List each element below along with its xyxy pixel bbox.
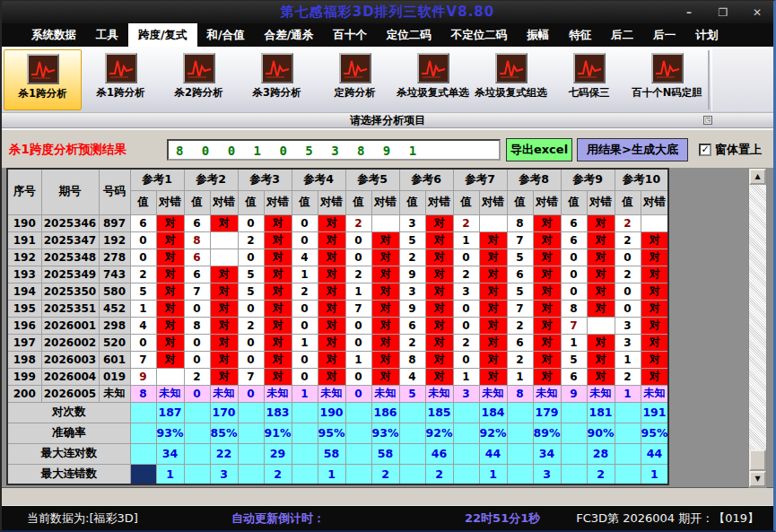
value-cell[interactable]: 4: [292, 249, 318, 266]
status-cell[interactable]: 对: [318, 266, 345, 283]
value-cell[interactable]: 5: [399, 231, 425, 249]
status-cell[interactable]: 对: [264, 249, 292, 266]
row-label-cell[interactable]: 196: [7, 317, 41, 334]
row-label-cell[interactable]: 2026002: [41, 334, 99, 351]
value-cell[interactable]: 4: [130, 317, 156, 334]
value-cell[interactable]: 1: [615, 351, 641, 368]
status-cell[interactable]: 未知: [318, 385, 345, 402]
value-cell[interactable]: 2: [130, 266, 156, 283]
value-cell[interactable]: 1: [292, 385, 318, 402]
summary-empty-cell[interactable]: [238, 443, 264, 464]
menu-item[interactable]: 跨度/复式: [128, 23, 197, 47]
summary-empty-cell[interactable]: [615, 464, 641, 484]
value-cell[interactable]: 1: [507, 368, 533, 385]
status-cell[interactable]: 未知: [641, 385, 668, 402]
status-cell[interactable]: 对: [156, 300, 184, 317]
status-cell[interactable]: 对: [587, 214, 615, 231]
status-cell[interactable]: 对: [479, 368, 507, 385]
value-cell[interactable]: 1: [292, 266, 318, 283]
value-cell[interactable]: 8: [561, 300, 587, 317]
status-cell[interactable]: 对: [371, 317, 399, 334]
status-cell[interactable]: 对: [587, 249, 615, 266]
toolbar-item[interactable]: 杀2跨分析: [160, 49, 238, 110]
summary-value-cell[interactable]: 46: [425, 443, 453, 464]
status-cell[interactable]: 未知: [533, 385, 561, 402]
row-label-cell[interactable]: 2025346: [41, 214, 99, 231]
summary-value-cell[interactable]: 190: [318, 402, 345, 423]
close-icon[interactable]: ✕: [750, 6, 764, 19]
summary-value-cell[interactable]: 58: [371, 443, 399, 464]
summary-value-cell[interactable]: 184: [479, 402, 507, 423]
status-cell[interactable]: 对: [318, 317, 345, 334]
status-cell[interactable]: 对: [264, 266, 292, 283]
row-label-cell[interactable]: 601: [99, 351, 130, 368]
summary-value-cell[interactable]: 85%: [210, 423, 238, 443]
summary-empty-cell[interactable]: [453, 464, 479, 484]
row-label-cell[interactable]: 193: [7, 266, 41, 283]
value-cell[interactable]: 8: [507, 385, 533, 402]
row-label-cell[interactable]: 2026005: [41, 385, 99, 402]
summary-empty-cell[interactable]: [561, 464, 587, 484]
summary-empty-cell[interactable]: [615, 402, 641, 423]
status-cell[interactable]: 对: [318, 249, 345, 266]
summary-empty-cell[interactable]: [507, 402, 533, 423]
status-cell[interactable]: 对: [533, 249, 561, 266]
summary-value-cell[interactable]: 93%: [156, 423, 184, 443]
value-cell[interactable]: 2: [184, 368, 210, 385]
status-cell[interactable]: 对: [156, 231, 184, 249]
summary-empty-cell[interactable]: [184, 464, 210, 484]
row-label-cell[interactable]: 197: [7, 334, 41, 351]
value-cell[interactable]: 8: [399, 351, 425, 368]
status-cell[interactable]: 对: [318, 231, 345, 249]
summary-value-cell[interactable]: 89%: [533, 423, 561, 443]
summary-empty-cell[interactable]: [561, 423, 587, 443]
summary-value-cell[interactable]: 91%: [264, 423, 292, 443]
toolbar-item[interactable]: 杀1跨分析: [4, 49, 82, 110]
status-cell[interactable]: 对: [533, 300, 561, 317]
value-cell[interactable]: 7: [345, 300, 371, 317]
summary-value-cell[interactable]: 183: [264, 402, 292, 423]
status-cell[interactable]: 对: [533, 351, 561, 368]
value-cell[interactable]: 0: [184, 300, 210, 317]
summary-empty-cell[interactable]: [507, 423, 533, 443]
value-cell[interactable]: 0: [561, 249, 587, 266]
summary-empty-cell[interactable]: [345, 443, 371, 464]
summary-empty-cell[interactable]: [292, 423, 318, 443]
toolbar-item[interactable]: 定跨分析: [316, 49, 394, 110]
status-cell[interactable]: 对: [371, 351, 399, 368]
summary-value-cell[interactable]: 29: [264, 443, 292, 464]
value-cell[interactable]: 2: [453, 334, 479, 351]
summary-value-cell[interactable]: 90%: [587, 423, 615, 443]
summary-value-cell[interactable]: 1: [479, 464, 507, 484]
row-label-cell[interactable]: 278: [99, 249, 130, 266]
value-cell[interactable]: 5: [507, 283, 533, 300]
value-cell[interactable]: 3: [453, 385, 479, 402]
value-cell[interactable]: 0: [292, 300, 318, 317]
value-cell[interactable]: 5: [238, 266, 264, 283]
row-label-cell[interactable]: 2025350: [41, 283, 99, 300]
row-label-cell[interactable]: 2025351: [41, 300, 99, 317]
summary-empty-cell[interactable]: [507, 443, 533, 464]
value-cell[interactable]: 4: [399, 368, 425, 385]
status-cell[interactable]: 对: [264, 351, 292, 368]
status-cell[interactable]: [587, 317, 615, 334]
toolbar-item[interactable]: 杀1跨分析: [82, 49, 160, 110]
summary-empty-cell[interactable]: [345, 464, 371, 484]
summary-value-cell[interactable]: 179: [533, 402, 561, 423]
value-cell[interactable]: 2: [615, 266, 641, 283]
status-cell[interactable]: 对: [156, 266, 184, 283]
menu-item[interactable]: 后二: [601, 23, 643, 47]
value-cell[interactable]: 0: [561, 283, 587, 300]
summary-value-cell[interactable]: 44: [479, 443, 507, 464]
status-cell[interactable]: 对: [641, 231, 668, 249]
status-cell[interactable]: 未知: [156, 385, 184, 402]
summary-value-cell[interactable]: 34: [156, 443, 184, 464]
value-cell[interactable]: 7: [238, 368, 264, 385]
menu-item[interactable]: 特征: [559, 23, 601, 47]
status-cell[interactable]: [210, 249, 238, 266]
value-cell[interactable]: 0: [130, 249, 156, 266]
row-label-cell[interactable]: 未知: [99, 385, 130, 402]
value-cell[interactable]: 0: [292, 214, 318, 231]
status-cell[interactable]: 对: [156, 334, 184, 351]
toolbar-item[interactable]: 杀垃圾复式组选: [472, 49, 550, 110]
